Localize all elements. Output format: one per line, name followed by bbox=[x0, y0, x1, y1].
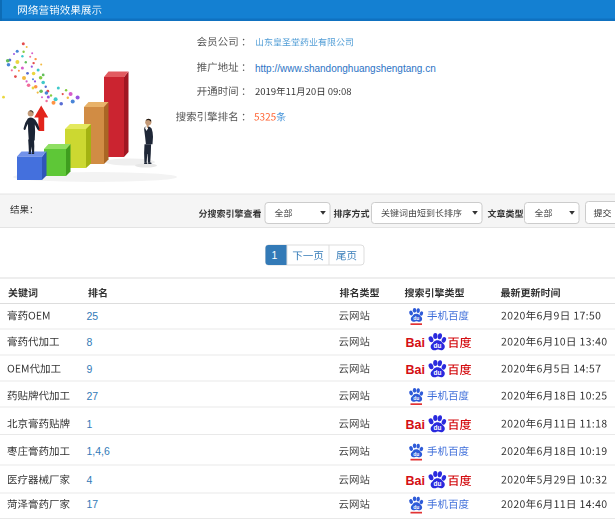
svg-text:17: 17 bbox=[87, 498, 99, 510]
svg-text:du: du bbox=[434, 480, 442, 487]
svg-text:4: 4 bbox=[87, 474, 93, 486]
svg-text:Bai: Bai bbox=[406, 418, 425, 432]
svg-text:du: du bbox=[434, 424, 442, 431]
svg-text:du: du bbox=[434, 369, 442, 376]
svg-text:1: 1 bbox=[87, 418, 93, 430]
svg-text:Bai: Bai bbox=[406, 474, 425, 488]
svg-text:8: 8 bbox=[87, 336, 93, 348]
svg-text:9: 9 bbox=[87, 363, 93, 375]
svg-text:http://www.shandonghuangshengt: http://www.shandonghuangshengtang.cn bbox=[255, 63, 436, 74]
svg-text:27: 27 bbox=[87, 390, 99, 402]
svg-text:du: du bbox=[413, 451, 419, 457]
svg-text:1: 1 bbox=[272, 249, 278, 261]
svg-text:du: du bbox=[434, 342, 442, 349]
svg-text:1,4,6: 1,4,6 bbox=[87, 445, 111, 457]
svg-text:25: 25 bbox=[87, 310, 99, 322]
svg-text:Bai: Bai bbox=[406, 363, 425, 377]
svg-text:du: du bbox=[413, 395, 419, 401]
svg-text:du: du bbox=[413, 315, 419, 321]
svg-text:Bai: Bai bbox=[406, 336, 425, 350]
svg-text:du: du bbox=[413, 504, 419, 510]
